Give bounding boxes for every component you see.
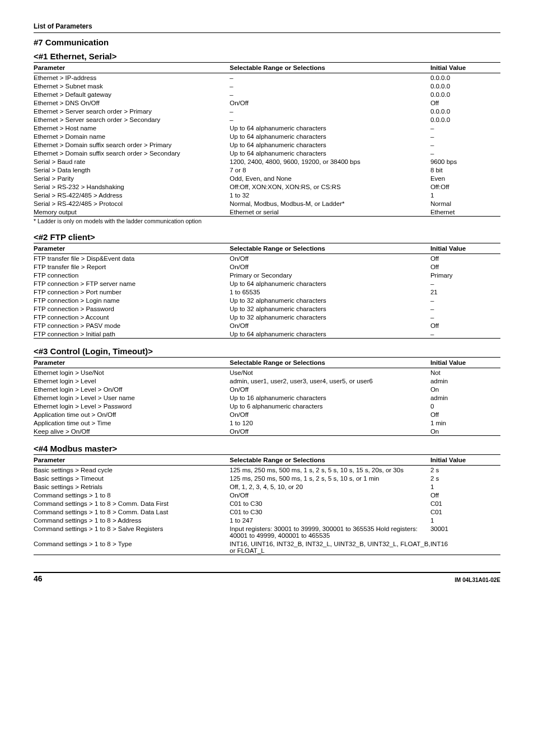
cell-range: C01 to C30 bbox=[229, 499, 430, 508]
cell-param: FTP connection > PASV mode bbox=[34, 321, 229, 330]
cell-param: Basic settings > Read cycle bbox=[34, 466, 229, 475]
table-row: Basic settings > Read cycle125 ms, 250 m… bbox=[34, 466, 500, 475]
th-initial: Initial Value bbox=[430, 455, 500, 466]
cell-param: Serial > RS-422/485 > Address bbox=[34, 191, 229, 199]
sub4-title: <#4 Modbus master> bbox=[34, 444, 500, 453]
table-row: Ethernet > DNS On/OffOn/OffOff bbox=[34, 98, 500, 107]
table-row: Ethernet > IP-address–0.0.0.0 bbox=[34, 73, 500, 82]
table-row: FTP connectionPrimary or SecondaryPrimar… bbox=[34, 271, 500, 279]
cell-initial: – bbox=[430, 330, 500, 339]
cell-range: On/Off bbox=[229, 491, 430, 499]
sub4-tbody: Basic settings > Read cycle125 ms, 250 m… bbox=[34, 466, 500, 555]
table-row: Ethernet > Default gateway–0.0.0.0 bbox=[34, 90, 500, 98]
doc-id: IM 04L31A01-02E bbox=[455, 577, 500, 583]
sub2-title: <#2 FTP client> bbox=[34, 232, 500, 242]
page-footer: 46 IM 04L31A01-02E bbox=[34, 572, 500, 583]
cell-range: Up to 64 alphanumeric characters bbox=[229, 330, 430, 339]
cell-initial: On bbox=[430, 385, 500, 393]
cell-param: Ethernet > IP-address bbox=[34, 73, 229, 82]
cell-param: Command settings > 1 to 8 > Comm. Data F… bbox=[34, 499, 229, 508]
cell-range: Up to 64 alphanumeric characters bbox=[229, 279, 430, 288]
cell-param: Ethernet > Default gateway bbox=[34, 90, 229, 98]
cell-initial: – bbox=[430, 304, 500, 313]
cell-param: Ethernet > Domain suffix search order > … bbox=[34, 140, 229, 149]
cell-range: Up to 64 alphanumeric characters bbox=[229, 140, 430, 149]
cell-initial: 30001 bbox=[430, 524, 500, 539]
cell-range: INT16, UINT16, INT32_B, INT32_L, UINT32_… bbox=[229, 539, 430, 555]
cell-initial: admin bbox=[430, 393, 500, 402]
cell-param: Serial > RS-422/485 > Protocol bbox=[34, 199, 229, 208]
cell-initial: – bbox=[430, 279, 500, 288]
section-title: #7 Communication bbox=[34, 37, 500, 47]
table-row: Serial > RS-232 > HandshakingOff:Off, XO… bbox=[34, 182, 500, 191]
cell-param: Memory output bbox=[34, 208, 229, 217]
cell-param: Command settings > 1 to 8 > Comm. Data L… bbox=[34, 508, 229, 516]
cell-range: – bbox=[229, 107, 430, 115]
header-rule bbox=[34, 32, 500, 33]
table-row: Basic settings > RetrialsOff, 1, 2, 3, 4… bbox=[34, 482, 500, 491]
table-row: Ethernet login > Level > User nameUp to … bbox=[34, 393, 500, 402]
cell-range: Primary or Secondary bbox=[229, 271, 430, 279]
cell-range: C01 to C30 bbox=[229, 508, 430, 516]
cell-param: Serial > Parity bbox=[34, 174, 229, 182]
cell-param: FTP connection > Password bbox=[34, 304, 229, 313]
cell-range: Up to 64 alphanumeric characters bbox=[229, 124, 430, 132]
cell-initial: 8 bit bbox=[430, 166, 500, 174]
cell-param: Command settings > 1 to 8 bbox=[34, 491, 229, 499]
cell-initial: 0 bbox=[430, 402, 500, 410]
cell-initial: 1 bbox=[430, 191, 500, 199]
cell-param: Ethernet login > Level > User name bbox=[34, 393, 229, 402]
table-row: FTP connection > Login nameUp to 32 alph… bbox=[34, 296, 500, 304]
sub1-footnote: * Ladder is only on models with the ladd… bbox=[34, 218, 500, 224]
cell-param: FTP connection > FTP server name bbox=[34, 279, 229, 288]
cell-param: Ethernet login > Level > On/Off bbox=[34, 385, 229, 393]
cell-initial: 2 s bbox=[430, 474, 500, 482]
table-row: FTP transfer file > Disp&Event dataOn/Of… bbox=[34, 254, 500, 263]
table-row: Application time out > On/OffOn/OffOff bbox=[34, 410, 500, 419]
cell-range: Up to 64 alphanumeric characters bbox=[229, 132, 430, 140]
th-param: Parameter bbox=[34, 455, 229, 466]
cell-initial: Off:Off bbox=[430, 182, 500, 191]
th-param: Parameter bbox=[34, 358, 229, 368]
cell-initial: Off bbox=[430, 254, 500, 263]
cell-range: On/Off bbox=[229, 262, 430, 271]
table-row: Ethernet login > Leveladmin, user1, user… bbox=[34, 377, 500, 385]
cell-range: Odd, Even, and None bbox=[229, 174, 430, 182]
table-row: Ethernet > Domain nameUp to 64 alphanume… bbox=[34, 132, 500, 140]
cell-range: 1 to 32 bbox=[229, 191, 430, 199]
sub1-title: <#1 Ethernet, Serial> bbox=[34, 51, 500, 61]
table-row: FTP connection > AccountUp to 32 alphanu… bbox=[34, 313, 500, 321]
cell-range: – bbox=[229, 115, 430, 124]
cell-initial: Normal bbox=[430, 199, 500, 208]
cell-range: – bbox=[229, 90, 430, 98]
th-range: Selectable Range or Selections bbox=[229, 358, 430, 368]
table-row: Serial > ParityOdd, Even, and NoneEven bbox=[34, 174, 500, 182]
table-row: Serial > Baud rate1200, 2400, 4800, 9600… bbox=[34, 157, 500, 166]
table-row: Command settings > 1 to 8 > TypeINT16, U… bbox=[34, 539, 500, 555]
cell-range: Up to 32 alphanumeric characters bbox=[229, 304, 430, 313]
cell-range: 7 or 8 bbox=[229, 166, 430, 174]
cell-initial: Off bbox=[430, 491, 500, 499]
cell-range: On/Off bbox=[229, 321, 430, 330]
cell-initial: On bbox=[430, 427, 500, 436]
cell-initial: – bbox=[430, 140, 500, 149]
table-row: Serial > RS-422/485 > Address1 to 321 bbox=[34, 191, 500, 199]
table-row: FTP connection > PasswordUp to 32 alphan… bbox=[34, 304, 500, 313]
cell-param: FTP connection bbox=[34, 271, 229, 279]
sub3-title: <#3 Control (Login, Timeout)> bbox=[34, 346, 500, 356]
th-param: Parameter bbox=[34, 63, 229, 73]
cell-range: Off:Off, XON:XON, XON:RS, or CS:RS bbox=[229, 182, 430, 191]
cell-param: Application time out > Time bbox=[34, 419, 229, 427]
cell-param: Ethernet > Domain name bbox=[34, 132, 229, 140]
cell-initial: 1 min bbox=[430, 419, 500, 427]
cell-initial: INT16 bbox=[430, 539, 500, 555]
cell-param: FTP connection > Initial path bbox=[34, 330, 229, 339]
cell-initial: 21 bbox=[430, 288, 500, 296]
sub3-table: Parameter Selectable Range or Selections… bbox=[34, 357, 500, 436]
cell-param: FTP transfer file > Report bbox=[34, 262, 229, 271]
cell-range: 125 ms, 250 ms, 500 ms, 1 s, 2 s, 5 s, 1… bbox=[229, 466, 430, 475]
cell-param: FTP connection > Account bbox=[34, 313, 229, 321]
cell-initial: Off bbox=[430, 262, 500, 271]
th-range: Selectable Range or Selections bbox=[229, 243, 430, 254]
cell-range: 125 ms, 250 ms, 500 ms, 1 s, 2 s, 5 s, 1… bbox=[229, 474, 430, 482]
